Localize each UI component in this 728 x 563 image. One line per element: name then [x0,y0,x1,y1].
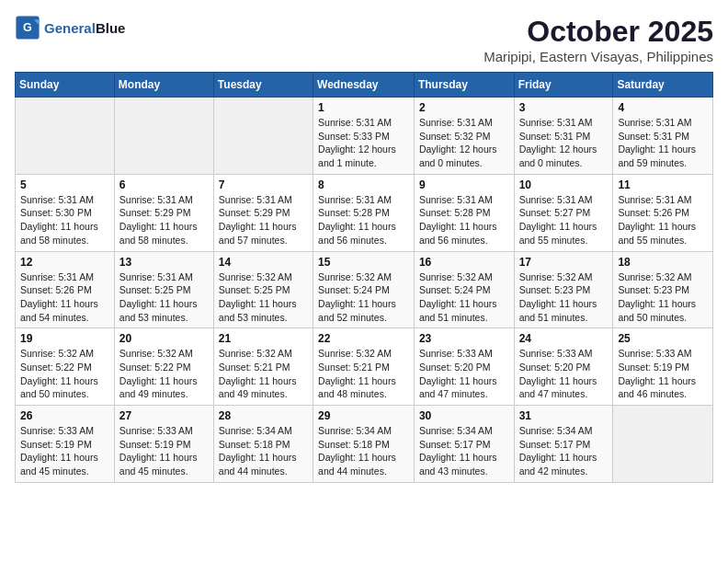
title-area: October 2025 Maripipi, Eastern Visayas, … [483,15,713,64]
calendar-cell: 11Sunrise: 5:31 AM Sunset: 5:26 PM Dayli… [613,174,713,251]
day-number: 16 [419,256,509,269]
day-info: Sunrise: 5:32 AM Sunset: 5:22 PM Dayligh… [119,347,209,401]
calendar-cell: 10Sunrise: 5:31 AM Sunset: 5:27 PM Dayli… [514,174,613,251]
day-info: Sunrise: 5:31 AM Sunset: 5:32 PM Dayligh… [419,116,509,170]
calendar-cell: 31Sunrise: 5:34 AM Sunset: 5:17 PM Dayli… [514,406,613,483]
calendar-cell: 17Sunrise: 5:32 AM Sunset: 5:23 PM Dayli… [514,251,613,328]
weekday-header-cell: Wednesday [313,73,415,98]
calendar-cell: 13Sunrise: 5:31 AM Sunset: 5:25 PM Dayli… [114,251,213,328]
calendar-cell: 30Sunrise: 5:34 AM Sunset: 5:17 PM Dayli… [414,406,514,483]
calendar-cell: 8Sunrise: 5:31 AM Sunset: 5:28 PM Daylig… [313,174,415,251]
day-info: Sunrise: 5:31 AM Sunset: 5:25 PM Dayligh… [119,270,209,325]
calendar-table: SundayMondayTuesdayWednesdayThursdayFrid… [15,72,713,483]
day-number: 6 [119,178,209,191]
day-number: 30 [419,409,509,422]
day-info: Sunrise: 5:32 AM Sunset: 5:24 PM Dayligh… [318,270,409,325]
day-number: 5 [20,178,109,191]
weekday-header-cell: Monday [114,73,213,98]
day-info: Sunrise: 5:33 AM Sunset: 5:20 PM Dayligh… [419,347,509,401]
day-number: 22 [318,332,409,345]
calendar-cell: 12Sunrise: 5:31 AM Sunset: 5:26 PM Dayli… [16,251,115,328]
day-info: Sunrise: 5:31 AM Sunset: 5:28 PM Dayligh… [419,193,509,247]
day-number: 18 [618,256,708,269]
day-info: Sunrise: 5:31 AM Sunset: 5:28 PM Dayligh… [318,193,409,247]
calendar-cell: 4Sunrise: 5:31 AM Sunset: 5:31 PM Daylig… [613,98,713,175]
day-number: 20 [119,332,209,345]
day-info: Sunrise: 5:34 AM Sunset: 5:18 PM Dayligh… [318,424,409,478]
calendar-cell: 21Sunrise: 5:32 AM Sunset: 5:21 PM Dayli… [213,328,313,406]
weekday-header-cell: Sunday [16,73,115,98]
calendar-cell: 2Sunrise: 5:31 AM Sunset: 5:32 PM Daylig… [414,98,514,175]
calendar-cell: 19Sunrise: 5:32 AM Sunset: 5:22 PM Dayli… [16,328,115,406]
weekday-header-row: SundayMondayTuesdayWednesdayThursdayFrid… [16,73,713,98]
calendar-cell: 22Sunrise: 5:32 AM Sunset: 5:21 PM Dayli… [313,328,415,406]
day-info: Sunrise: 5:32 AM Sunset: 5:24 PM Dayligh… [419,270,509,325]
calendar-cell: 16Sunrise: 5:32 AM Sunset: 5:24 PM Dayli… [414,251,514,328]
weekday-header-cell: Friday [514,73,613,98]
header: G GeneralBlue October 2025 Maripipi, Eas… [15,15,713,64]
calendar-cell: 26Sunrise: 5:33 AM Sunset: 5:19 PM Dayli… [16,406,115,483]
calendar-cell [613,406,713,483]
day-info: Sunrise: 5:32 AM Sunset: 5:23 PM Dayligh… [519,270,609,325]
day-number: 12 [20,256,109,269]
calendar-week-row: 5Sunrise: 5:31 AM Sunset: 5:30 PM Daylig… [16,174,713,251]
day-number: 19 [20,332,109,345]
day-number: 8 [318,178,409,191]
day-info: Sunrise: 5:31 AM Sunset: 5:27 PM Dayligh… [519,193,609,247]
day-number: 3 [519,101,609,114]
day-number: 24 [519,332,609,345]
day-number: 15 [318,256,409,269]
month-title: October 2025 [483,15,713,49]
day-number: 13 [119,256,209,269]
day-number: 31 [519,409,609,422]
calendar-cell: 25Sunrise: 5:33 AM Sunset: 5:19 PM Dayli… [613,328,713,406]
calendar-cell [114,98,213,175]
calendar-cell: 5Sunrise: 5:31 AM Sunset: 5:30 PM Daylig… [16,174,115,251]
calendar-cell [213,98,313,175]
calendar-cell: 15Sunrise: 5:32 AM Sunset: 5:24 PM Dayli… [313,251,415,328]
day-info: Sunrise: 5:31 AM Sunset: 5:29 PM Dayligh… [219,193,308,247]
day-number: 10 [519,178,609,191]
calendar-cell: 18Sunrise: 5:32 AM Sunset: 5:23 PM Dayli… [613,251,713,328]
day-info: Sunrise: 5:31 AM Sunset: 5:29 PM Dayligh… [119,193,209,247]
day-info: Sunrise: 5:34 AM Sunset: 5:17 PM Dayligh… [519,424,609,478]
day-info: Sunrise: 5:33 AM Sunset: 5:20 PM Dayligh… [519,347,609,401]
day-info: Sunrise: 5:32 AM Sunset: 5:23 PM Dayligh… [618,270,708,325]
day-info: Sunrise: 5:31 AM Sunset: 5:30 PM Dayligh… [20,193,109,247]
day-number: 14 [219,256,308,269]
calendar-cell: 6Sunrise: 5:31 AM Sunset: 5:29 PM Daylig… [114,174,213,251]
logo-icon: G [15,15,40,40]
day-number: 25 [618,332,708,345]
weekday-header-cell: Thursday [414,73,514,98]
day-number: 27 [119,409,209,422]
weekday-header-cell: Tuesday [213,73,313,98]
calendar-cell: 29Sunrise: 5:34 AM Sunset: 5:18 PM Dayli… [313,406,415,483]
day-number: 11 [618,178,708,191]
day-info: Sunrise: 5:34 AM Sunset: 5:18 PM Dayligh… [219,424,308,478]
day-info: Sunrise: 5:31 AM Sunset: 5:31 PM Dayligh… [618,116,708,170]
day-number: 28 [219,409,308,422]
calendar-week-row: 12Sunrise: 5:31 AM Sunset: 5:26 PM Dayli… [16,251,713,328]
day-number: 17 [519,256,609,269]
logo-line1: GeneralBlue [44,20,125,36]
day-number: 21 [219,332,308,345]
day-info: Sunrise: 5:31 AM Sunset: 5:31 PM Dayligh… [519,116,609,170]
calendar-cell: 7Sunrise: 5:31 AM Sunset: 5:29 PM Daylig… [213,174,313,251]
calendar-cell [16,98,115,175]
day-number: 9 [419,178,509,191]
day-info: Sunrise: 5:31 AM Sunset: 5:26 PM Dayligh… [20,270,109,325]
calendar-week-row: 19Sunrise: 5:32 AM Sunset: 5:22 PM Dayli… [16,328,713,406]
calendar-cell: 14Sunrise: 5:32 AM Sunset: 5:25 PM Dayli… [213,251,313,328]
day-info: Sunrise: 5:33 AM Sunset: 5:19 PM Dayligh… [20,424,109,478]
svg-text:G: G [23,21,32,34]
day-info: Sunrise: 5:33 AM Sunset: 5:19 PM Dayligh… [618,347,708,401]
day-number: 2 [419,101,509,114]
day-number: 26 [20,409,109,422]
day-number: 1 [318,101,409,114]
calendar-cell: 9Sunrise: 5:31 AM Sunset: 5:28 PM Daylig… [414,174,514,251]
calendar-cell: 20Sunrise: 5:32 AM Sunset: 5:22 PM Dayli… [114,328,213,406]
logo: G GeneralBlue [15,15,125,40]
day-number: 23 [419,332,509,345]
calendar-week-row: 1Sunrise: 5:31 AM Sunset: 5:33 PM Daylig… [16,98,713,175]
calendar-body: 1Sunrise: 5:31 AM Sunset: 5:33 PM Daylig… [16,98,713,483]
